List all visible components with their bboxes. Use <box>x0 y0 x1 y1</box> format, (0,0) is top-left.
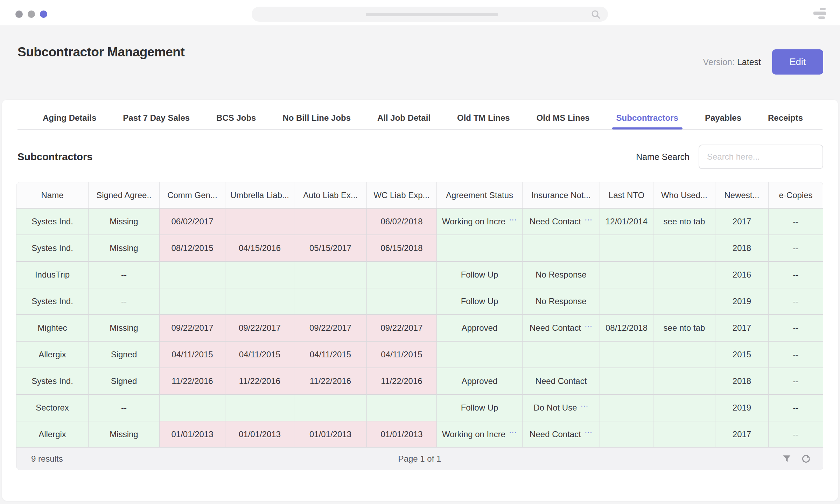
table-cell: 04/11/2015 <box>294 342 367 368</box>
table-cell <box>294 262 367 288</box>
truncated-ellipsis-icon[interactable]: ⋯ <box>509 215 517 224</box>
truncated-ellipsis-icon[interactable]: ⋯ <box>584 322 593 331</box>
address-placeholder-line <box>366 13 498 16</box>
version-indicator: Version: Latest <box>703 57 761 67</box>
column-header-newest[interactable]: Newest... <box>715 182 769 208</box>
table-row: Systes Ind.--Follow UpNo Response2019-- <box>16 288 823 314</box>
table-cell: -- <box>89 395 160 421</box>
table-cell: 06/02/2018 <box>367 209 437 234</box>
tab-subcontractors[interactable]: Subcontractors <box>616 113 678 123</box>
window-dot-3[interactable] <box>40 10 47 18</box>
column-header-comm-gen[interactable]: Comm Gen... <box>160 182 225 208</box>
page-title: Subcontractor Management <box>18 45 184 59</box>
tab-past-7-day-sales[interactable]: Past 7 Day Sales <box>123 113 190 123</box>
tab-all-job-detail[interactable]: All Job Detail <box>377 113 430 123</box>
table-cell: No Response <box>523 288 600 314</box>
name-search-input[interactable] <box>699 145 823 169</box>
table-cell <box>653 421 715 447</box>
column-header-wc-liab-exp[interactable]: WC Liab Exp... <box>367 182 437 208</box>
table-cell <box>600 395 653 421</box>
column-header-agreement-status[interactable]: Agreement Status <box>437 182 523 208</box>
page-indicator: Page 1 of 1 <box>398 454 441 464</box>
edit-button[interactable]: Edit <box>772 49 823 75</box>
table-cell: 01/01/2013 <box>367 421 437 447</box>
table-footer: 9 results Page 1 of 1 <box>16 447 823 470</box>
table-header-row: NameSigned Agree..Comm Gen...Umbrella Li… <box>16 182 823 208</box>
table-cell: Need Contact⋯ <box>523 209 600 234</box>
table-cell: Missing <box>89 235 160 261</box>
column-header-e-copies[interactable]: e-Copies <box>769 182 823 208</box>
truncated-ellipsis-icon[interactable]: ⋯ <box>581 401 589 411</box>
truncated-ellipsis-icon[interactable]: ⋯ <box>584 215 593 224</box>
table-cell: 11/22/2016 <box>160 368 225 394</box>
tab-receipts[interactable]: Receipts <box>768 113 803 123</box>
table-row: Sectorex--Follow UpDo Not Use⋯2019-- <box>16 394 823 421</box>
table-cell: 08/12/2015 <box>160 235 225 261</box>
tab-old-tm-lines[interactable]: Old TM Lines <box>457 113 510 123</box>
table-cell: 01/01/2013 <box>225 421 294 447</box>
table-cell <box>225 395 294 421</box>
table-cell: 2019 <box>715 288 769 314</box>
table-cell <box>367 395 437 421</box>
tab-payables[interactable]: Payables <box>705 113 741 123</box>
table-cell: -- <box>769 235 823 261</box>
table-cell <box>367 288 437 314</box>
name-search-label: Name Search <box>636 152 690 162</box>
table-cell: 06/15/2018 <box>367 235 437 261</box>
table-cell: 11/22/2016 <box>367 368 437 394</box>
truncated-ellipsis-icon[interactable]: ⋯ <box>584 428 593 437</box>
table-cell: Signed <box>89 342 160 368</box>
table-cell: 09/22/2017 <box>294 315 367 341</box>
table-cell <box>600 421 653 447</box>
tab-no-bill-line-jobs[interactable]: No Bill Line Jobs <box>282 113 351 123</box>
window-dot-1[interactable] <box>15 10 23 18</box>
table-cell <box>225 209 294 234</box>
column-header-umbrella-liab[interactable]: Umbrella Liab... <box>225 182 294 208</box>
column-header-insurance-not[interactable]: Insurance Not... <box>523 182 600 208</box>
table-cell: IndusTrip <box>16 262 89 288</box>
tab-aging-details[interactable]: Aging Details <box>43 113 96 123</box>
table-cell: Need Contact⋯ <box>523 315 600 341</box>
table-cell <box>160 395 225 421</box>
version-value: Latest <box>737 57 761 67</box>
column-header-auto-liab-ex[interactable]: Auto Liab Ex... <box>294 182 367 208</box>
subcontractors-table: NameSigned Agree..Comm Gen...Umbrella Li… <box>16 182 823 470</box>
search-icon <box>590 9 601 21</box>
address-bar[interactable] <box>252 7 608 22</box>
table-cell <box>160 262 225 288</box>
truncated-ellipsis-icon[interactable]: ⋯ <box>509 428 517 437</box>
column-header-name[interactable]: Name <box>16 182 89 208</box>
table-cell: Systes Ind. <box>16 288 89 314</box>
table-cell: Missing <box>89 421 160 447</box>
window-dot-2[interactable] <box>28 10 35 18</box>
tab-old-ms-lines[interactable]: Old MS Lines <box>537 113 590 123</box>
tab-bcs-jobs[interactable]: BCS Jobs <box>216 113 256 123</box>
column-header-last-nto[interactable]: Last NTO <box>600 182 653 208</box>
table-cell: -- <box>769 421 823 447</box>
table-cell <box>653 395 715 421</box>
section-title: Subcontractors <box>18 151 636 163</box>
table-cell: -- <box>769 395 823 421</box>
filter-icon[interactable] <box>782 454 791 463</box>
refresh-icon[interactable] <box>801 454 811 464</box>
table-cell <box>294 395 367 421</box>
table-cell: 2017 <box>715 315 769 341</box>
table-cell <box>523 342 600 368</box>
table-row: Systes Ind.Missing06/02/201706/02/2018Wo… <box>16 208 823 234</box>
column-header-signed-agree[interactable]: Signed Agree.. <box>89 182 160 208</box>
table-cell: 2017 <box>715 421 769 447</box>
table-cell: 04/11/2015 <box>225 342 294 368</box>
table-cell <box>600 262 653 288</box>
name-search-group: Name Search <box>636 145 823 169</box>
content-card: Aging DetailsPast 7 Day SalesBCS JobsNo … <box>2 100 838 501</box>
table-cell: 2018 <box>715 368 769 394</box>
section-header: Subcontractors Name Search <box>18 145 823 169</box>
column-header-who-used[interactable]: Who Used... <box>653 182 715 208</box>
table-cell: Follow Up <box>437 288 523 314</box>
table-cell: see nto tab <box>653 315 715 341</box>
app-window: Subcontractor Management Version: Latest… <box>0 0 840 504</box>
table-cell: Working on Incre⋯ <box>437 209 523 234</box>
menu-icon[interactable] <box>813 8 827 19</box>
table-cell <box>437 235 523 261</box>
table-cell: 2018 <box>715 235 769 261</box>
